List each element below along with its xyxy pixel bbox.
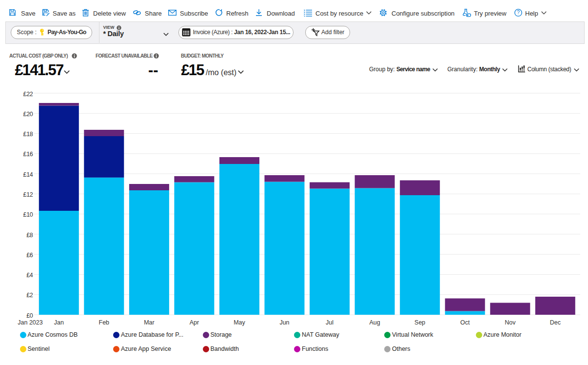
svg-text:Jun: Jun bbox=[279, 319, 289, 326]
svg-text:£10: £10 bbox=[23, 211, 33, 218]
svg-text:Mar: Mar bbox=[144, 319, 155, 326]
svg-text:Apr: Apr bbox=[190, 319, 199, 326]
svg-text:Nov: Nov bbox=[505, 319, 516, 326]
svg-text:£4: £4 bbox=[26, 272, 33, 279]
svg-text:Feb: Feb bbox=[99, 319, 110, 326]
svg-text:£12: £12 bbox=[23, 191, 33, 198]
svg-text:May: May bbox=[234, 319, 245, 326]
svg-text:£6: £6 bbox=[26, 252, 33, 259]
svg-text:£20: £20 bbox=[23, 111, 33, 118]
svg-text:£18: £18 bbox=[23, 131, 33, 138]
svg-text:Jan: Jan bbox=[54, 319, 64, 326]
svg-text:Dec: Dec bbox=[550, 319, 561, 326]
svg-text:Aug: Aug bbox=[369, 319, 380, 326]
svg-text:£22: £22 bbox=[23, 91, 33, 98]
svg-text:Oct: Oct bbox=[460, 319, 470, 326]
svg-text:£14: £14 bbox=[23, 171, 33, 178]
svg-text:£0: £0 bbox=[26, 312, 33, 319]
svg-text:£2: £2 bbox=[26, 292, 33, 299]
svg-text:Sep: Sep bbox=[414, 319, 425, 326]
svg-text:£16: £16 bbox=[23, 151, 33, 158]
svg-text:£8: £8 bbox=[26, 232, 33, 239]
svg-text:Jul: Jul bbox=[326, 319, 333, 326]
svg-text:Jan 2023: Jan 2023 bbox=[18, 319, 42, 326]
